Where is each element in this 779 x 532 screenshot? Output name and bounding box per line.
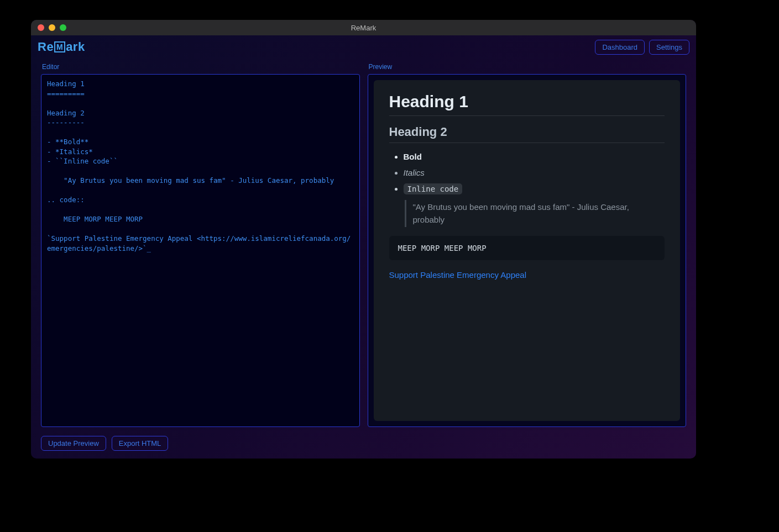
- bottombar: Update Preview Export HTML: [31, 431, 696, 459]
- close-icon[interactable]: [38, 24, 44, 31]
- preview-link[interactable]: Support Palestine Emergency Appeal: [389, 270, 527, 280]
- editor-textarea[interactable]: [41, 74, 360, 427]
- minimize-icon[interactable]: [49, 24, 55, 31]
- dashboard-button[interactable]: Dashboard: [595, 40, 645, 55]
- list-item-bold: Bold: [404, 152, 665, 161]
- preview-codeblock: MEEP MORP MEEP MORP: [389, 236, 665, 260]
- editor-label: Editor: [41, 59, 360, 74]
- logo-suffix: ark: [66, 40, 85, 54]
- window-title: ReMark: [31, 24, 696, 32]
- preview-content: Heading 1 Heading 2 Bold Italics Inline …: [374, 80, 681, 421]
- content-area: Editor Preview Heading 1 Heading 2 Bold …: [31, 59, 696, 431]
- app-window: ReMark Re M ark Dashboard Settings Edito…: [31, 20, 696, 459]
- update-preview-button[interactable]: Update Preview: [41, 436, 106, 451]
- list-item-italic: Italics: [404, 168, 665, 177]
- zoom-icon[interactable]: [60, 24, 66, 31]
- titlebar: ReMark: [31, 20, 696, 35]
- window-controls: [31, 24, 66, 31]
- preview-h2: Heading 2: [389, 125, 665, 143]
- preview-list: Bold Italics Inline code: [389, 152, 665, 193]
- editor-pane: Editor: [41, 59, 360, 427]
- preview-label: Preview: [368, 59, 687, 74]
- top-buttons: Dashboard Settings: [595, 40, 689, 55]
- inline-code: Inline code: [404, 183, 463, 194]
- preview-container: Heading 1 Heading 2 Bold Italics Inline …: [368, 74, 687, 427]
- list-item-code: Inline code: [404, 184, 665, 193]
- export-html-button[interactable]: Export HTML: [112, 436, 169, 451]
- preview-pane: Preview Heading 1 Heading 2 Bold Italics…: [368, 59, 687, 427]
- preview-h1: Heading 1: [389, 92, 665, 116]
- logo-boxed-m: M: [54, 41, 65, 52]
- settings-button[interactable]: Settings: [649, 40, 689, 55]
- app-logo: Re M ark: [38, 40, 85, 54]
- topbar: Re M ark Dashboard Settings: [31, 35, 696, 59]
- logo-prefix: Re: [38, 40, 54, 54]
- preview-blockquote: "Ay Brutus you been moving mad sus fam" …: [405, 200, 665, 227]
